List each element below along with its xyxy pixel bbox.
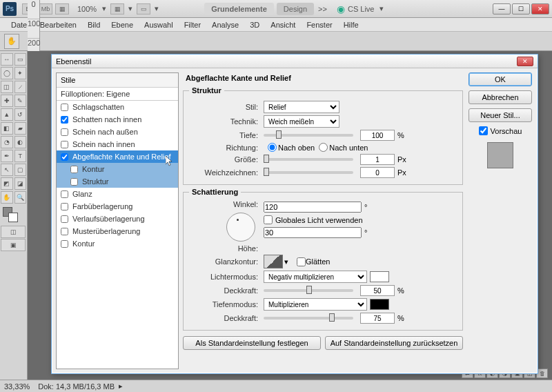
style-struktur-sub[interactable]: Struktur	[57, 175, 178, 188]
weich-slider[interactable]	[264, 171, 353, 174]
path-tool[interactable]: ↖	[1, 164, 13, 176]
screenmode-tool[interactable]: ▣	[1, 239, 26, 251]
history-brush-tool[interactable]: ↺	[14, 108, 27, 121]
glanzkontur-thumb[interactable]	[264, 255, 283, 268]
dialog-titlebar[interactable]: Ebenenstil ✕	[52, 55, 538, 68]
make-default-button[interactable]: Als Standardeinstellung festlegen	[183, 336, 321, 350]
wand-tool[interactable]: ✦	[14, 67, 27, 79]
richtung-up-radio[interactable]	[268, 143, 277, 152]
view-btn-2[interactable]: ▭	[137, 3, 150, 14]
deck2-input[interactable]	[360, 313, 395, 324]
menu-analyse[interactable]: Analyse	[206, 19, 244, 30]
schattierung-group: Schattierung Winkel: Höhe: ° Globales Li…	[183, 188, 463, 331]
brush-tool[interactable]: ✎	[14, 95, 27, 107]
style-verlauf[interactable]: Verlaufsüberlagerung	[57, 213, 178, 225]
hoehe-input[interactable]	[264, 227, 362, 238]
angle-wheel[interactable]	[226, 213, 255, 242]
marquee-tool[interactable]: ▭	[14, 53, 27, 66]
menu-3d[interactable]: 3D	[244, 19, 265, 30]
global-light-check[interactable]	[264, 215, 273, 224]
lichtermodus-select[interactable]: Negativ multiplizieren	[264, 271, 367, 283]
lasso-tool[interactable]: ◯	[1, 67, 13, 79]
eraser-tool[interactable]: ◧	[1, 122, 13, 135]
menu-filter[interactable]: Filter	[179, 19, 206, 30]
hand-tool-icon[interactable]: ✋	[4, 34, 19, 49]
pen-tool[interactable]: ✒	[1, 150, 13, 162]
hand-tool-2[interactable]: ✋	[1, 191, 13, 204]
tiefenmodus-select[interactable]: Multiplizieren	[264, 298, 367, 311]
dodge-tool[interactable]: ◐	[14, 136, 27, 148]
stil-select[interactable]: Relief	[264, 101, 339, 113]
workspace-tab-design[interactable]: Design	[277, 3, 314, 15]
zoom-display[interactable]: 100%	[77, 5, 97, 13]
window-maximize[interactable]: ☐	[512, 3, 530, 14]
menu-bearbeiten[interactable]: Bearbeiten	[34, 19, 82, 30]
style-farbueberlagerung[interactable]: Farbüberlagerung	[57, 200, 178, 213]
menu-fenster[interactable]: Fenster	[301, 19, 337, 30]
menu-bild[interactable]: Bild	[82, 19, 106, 30]
deck1-input[interactable]	[360, 285, 395, 296]
blur-tool[interactable]: ◔	[1, 136, 13, 148]
dropdown-icon[interactable]: ▾	[102, 4, 106, 13]
minibridge-icon[interactable]: Mb	[39, 3, 52, 14]
preview-check[interactable]	[479, 126, 488, 135]
type-tool[interactable]: T	[14, 150, 27, 162]
richtung-down-radio[interactable]	[319, 143, 328, 152]
style-kontur[interactable]: Kontur	[57, 237, 178, 250]
style-schein-aussen[interactable]: Schein nach außen	[57, 126, 178, 138]
style-bevel-emboss[interactable]: Abgeflachte Kante und Relief	[57, 150, 178, 163]
shape-tool[interactable]: ▢	[14, 164, 27, 176]
style-schlagschatten[interactable]: Schlagschatten	[57, 101, 178, 113]
schattierung-legend: Schattierung	[189, 188, 241, 196]
quickmask-tool[interactable]: ◫	[1, 226, 26, 238]
heal-tool[interactable]: ✚	[1, 95, 13, 107]
cslive-label[interactable]: CS Live	[348, 5, 375, 13]
style-glanz[interactable]: Glanz	[57, 188, 178, 200]
status-dropdown-icon[interactable]: ▸	[119, 382, 123, 391]
tiefen-color[interactable]	[370, 299, 389, 310]
zoom-tool[interactable]: 🔍	[14, 191, 27, 204]
deck1-slider[interactable]	[264, 289, 353, 292]
deck2-slider[interactable]	[264, 317, 353, 320]
ok-button[interactable]: OK	[469, 72, 532, 86]
tiefe-input[interactable]	[360, 130, 395, 141]
style-kontur-sub[interactable]: Kontur	[57, 163, 178, 175]
style-muster[interactable]: Musterüberlagerung	[57, 225, 178, 237]
stamp-tool[interactable]: ▲	[1, 108, 13, 121]
glaetten-check[interactable]	[297, 257, 306, 266]
3d-tool[interactable]: ◩	[1, 177, 13, 190]
weich-input[interactable]	[360, 167, 395, 178]
blend-options-row[interactable]: Fülloptionen: Eigene	[57, 88, 178, 101]
crop-tool[interactable]: ◫	[1, 81, 13, 93]
reset-default-button[interactable]: Auf Standardeinstellung zurücksetzen	[325, 336, 463, 350]
more-workspaces[interactable]: >>	[318, 5, 327, 13]
workspace-tab-essentials[interactable]: Grundelemente	[204, 3, 274, 15]
groesse-slider[interactable]	[264, 158, 353, 161]
new-style-button[interactable]: Neuer Stil...	[469, 108, 532, 122]
style-schatten-innen[interactable]: Schatten nach innen	[57, 113, 178, 126]
licht-color[interactable]	[370, 271, 389, 282]
menu-auswahl[interactable]: Auswahl	[139, 19, 179, 30]
technik-select[interactable]: Weich meißeln	[264, 115, 339, 128]
layout-icon[interactable]: ▦	[55, 3, 69, 14]
style-list-header[interactable]: Stile	[57, 73, 178, 88]
dialog-close[interactable]: ✕	[517, 57, 533, 66]
layer-style-dialog: Ebenenstil ✕ Stile Fülloptionen: Eigene …	[51, 54, 538, 374]
menu-ebene[interactable]: Ebene	[106, 19, 139, 30]
color-swatches[interactable]	[0, 204, 27, 225]
tiefe-slider[interactable]	[264, 134, 353, 137]
groesse-input[interactable]	[360, 154, 395, 165]
eyedropper-tool[interactable]: ⟋	[14, 81, 27, 93]
status-zoom[interactable]: 33,33%	[4, 382, 30, 391]
winkel-input[interactable]	[264, 202, 362, 213]
window-close[interactable]: ✕	[531, 3, 549, 14]
move-tool[interactable]: ↔	[1, 53, 13, 66]
view-btn-1[interactable]: ▦	[110, 3, 124, 14]
gradient-tool[interactable]: ▰	[14, 122, 27, 135]
menu-hilfe[interactable]: Hilfe	[338, 19, 364, 30]
window-minimize[interactable]: —	[493, 3, 511, 14]
camera-tool[interactable]: ◪	[14, 177, 27, 190]
cancel-button[interactable]: Abbrechen	[469, 90, 532, 104]
style-schein-innen[interactable]: Schein nach innen	[57, 138, 178, 150]
menu-ansicht[interactable]: Ansicht	[265, 19, 301, 30]
